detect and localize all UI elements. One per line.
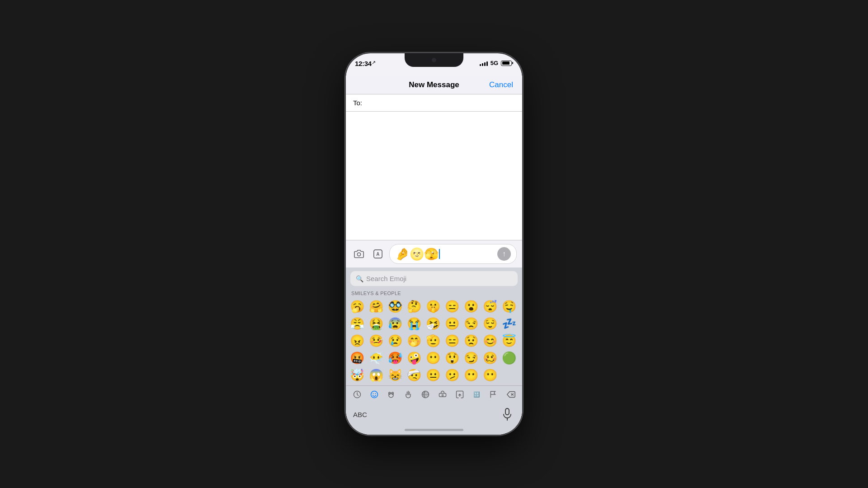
to-input[interactable]: [364, 99, 515, 107]
emoji-cell[interactable]: 😇: [500, 332, 518, 349]
emoji-cell[interactable]: 😐: [425, 366, 442, 384]
emoji-cell[interactable]: 😶: [462, 366, 480, 384]
emoji-keyboard: 🔍 Search Emoji SMILEYS & PEOPLE 🥱 🤗 🥸 🤔 …: [346, 267, 522, 435]
network-type: 5G: [491, 60, 498, 66]
emoji-cell[interactable]: 🫤: [443, 366, 461, 384]
svg-text:A: A: [376, 252, 380, 257]
emoji-cell[interactable]: 😸: [387, 366, 404, 384]
emoji-cell[interactable]: 😑: [443, 332, 461, 349]
emoji-cell[interactable]: 🤕: [406, 366, 423, 384]
emoji-cell[interactable]: 😟: [462, 332, 480, 349]
status-right: 5G: [480, 60, 513, 66]
abc-button[interactable]: ABC: [353, 411, 367, 418]
category-gestures[interactable]: [401, 388, 415, 401]
svg-text:🔠: 🔠: [473, 391, 480, 398]
message-input[interactable]: 🤌 🌝 🫣 ↑: [389, 244, 517, 264]
front-camera: [432, 58, 436, 62]
emoji-cell[interactable]: 🤧: [425, 315, 442, 332]
appstore-button[interactable]: A: [370, 246, 386, 262]
emoji-cell[interactable]: 😒: [462, 315, 480, 332]
phone-screen: 12:34 ↗ 5G New Message Cancel: [346, 53, 522, 435]
nav-title: New Message: [409, 80, 459, 89]
emoji-cell[interactable]: 🥵: [387, 349, 404, 366]
emoji-cell[interactable]: 🥸: [387, 298, 404, 315]
emoji-cell[interactable]: 🤮: [368, 315, 385, 332]
compose-area: To:: [346, 94, 522, 240]
emoji-cell[interactable]: 😐: [443, 315, 461, 332]
svg-point-5: [373, 393, 373, 394]
emoji-cell[interactable]: 🟢: [500, 349, 518, 366]
emoji-cell[interactable]: 🥴: [481, 349, 499, 366]
emoji-cell[interactable]: 🫡: [425, 332, 442, 349]
emoji-cell[interactable]: 🤯: [349, 366, 366, 384]
delete-button[interactable]: [504, 388, 518, 401]
camera-button[interactable]: [351, 246, 367, 262]
mic-button[interactable]: [500, 407, 515, 422]
to-field: To:: [346, 94, 522, 112]
emoji-cell[interactable]: 🤪: [406, 349, 423, 366]
message-body[interactable]: [346, 112, 522, 240]
emoji-cell[interactable]: 🤤: [500, 298, 518, 315]
location-icon: ↗: [372, 60, 376, 66]
category-flags[interactable]: [487, 388, 500, 401]
phone-frame: 12:34 ↗ 5G New Message Cancel: [346, 53, 522, 435]
send-button[interactable]: ↑: [497, 247, 511, 261]
category-animals[interactable]: [384, 388, 398, 401]
emoji-cell[interactable]: 🤔: [406, 298, 423, 315]
battery-icon: [501, 61, 513, 66]
emoji-cell[interactable]: 😶: [481, 366, 499, 384]
emoji-cell[interactable]: 🤬: [349, 349, 366, 366]
category-travel[interactable]: [436, 388, 449, 401]
emoji-3: 🫣: [424, 248, 439, 260]
category-recent[interactable]: [350, 388, 364, 401]
search-icon: 🔍: [356, 275, 363, 282]
emoji-cell[interactable]: 😭: [406, 315, 423, 332]
svg-point-4: [371, 391, 377, 398]
emoji-cell[interactable]: 😤: [349, 315, 366, 332]
emoji-cell[interactable]: 🤫: [425, 298, 442, 315]
home-indicator[interactable]: [405, 429, 463, 431]
emoji-section-label: SMILEYS & PEOPLE: [346, 289, 522, 298]
emoji-cell[interactable]: 😱: [368, 366, 385, 384]
emoji-cell[interactable]: 🤗: [368, 298, 385, 315]
emoji-cell[interactable]: 🥱: [349, 298, 366, 315]
emoji-cell[interactable]: 😲: [443, 349, 461, 366]
emoji-cell[interactable]: 😶: [425, 349, 442, 366]
emoji-cell[interactable]: 😰: [387, 315, 404, 332]
emoji-cell[interactable]: 😮: [462, 298, 480, 315]
send-arrow-icon: ↑: [502, 250, 506, 258]
emoji-search-placeholder: Search Emoji: [366, 275, 406, 282]
category-sports[interactable]: [419, 388, 432, 401]
notch: [405, 53, 463, 67]
svg-rect-16: [505, 408, 509, 415]
emoji-cell[interactable]: 😏: [462, 349, 480, 366]
text-cursor: [439, 249, 440, 259]
nav-bar: New Message Cancel: [346, 76, 522, 94]
emoji-cell[interactable]: 😊: [481, 332, 499, 349]
emoji-cell[interactable]: 😠: [349, 332, 366, 349]
svg-point-7: [389, 393, 393, 398]
emoji-cell[interactable]: 🤭: [406, 332, 423, 349]
app-area: New Message Cancel To:: [346, 76, 522, 435]
emoji-2: 🌝: [410, 248, 424, 260]
svg-point-12: [442, 394, 443, 396]
toolbar: A 🤌 🌝 🫣 ↑: [346, 240, 522, 267]
emoji-cell[interactable]: 😶‍🌫️: [368, 349, 385, 366]
message-emoji-content: 🤌 🌝 🫣: [395, 248, 440, 260]
status-time: 12:34: [355, 60, 372, 67]
emoji-cell[interactable]: 🤒: [368, 332, 385, 349]
emoji-cell[interactable]: 😴: [481, 298, 499, 315]
emoji-grid: 🥱 🤗 🥸 🤔 🤫 😑 😮 😴 🤤 😤 🤮 😰 😭 🤧 😐: [346, 298, 522, 384]
svg-point-0: [357, 253, 360, 256]
emoji-cell[interactable]: 💤: [500, 315, 518, 332]
emoji-cell[interactable]: 😑: [443, 298, 461, 315]
emoji-category-bar: 🔠: [346, 385, 522, 403]
emoji-cell[interactable]: 😌: [481, 315, 499, 332]
category-objects[interactable]: [453, 388, 467, 401]
emoji-cell[interactable]: 😢: [387, 332, 404, 349]
cancel-button[interactable]: Cancel: [489, 80, 513, 89]
category-symbols[interactable]: 🔠: [470, 388, 483, 401]
signal-icon: [480, 61, 488, 66]
emoji-search-bar[interactable]: 🔍 Search Emoji: [350, 271, 518, 286]
category-smileys[interactable]: [368, 388, 381, 401]
